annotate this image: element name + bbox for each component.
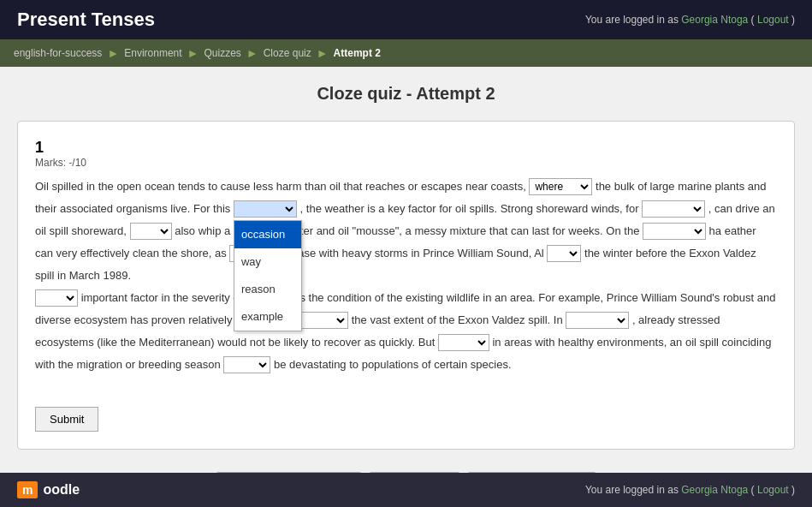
footer-username-link[interactable]: Georgia Ntoga [681,484,748,496]
breadcrumb-link-english[interactable]: english-for-success [14,47,102,59]
moodle-logo-icon: m [17,481,38,498]
breadcrumb-link-quizzes[interactable]: Quizzes [204,47,240,59]
footer-logo: m oodle [17,481,80,498]
breadcrumb-sep-2: ► [187,46,199,60]
footer: m oodle You are logged in as Georgia Nto… [0,473,812,507]
select11[interactable]: even still [438,334,489,351]
question-submit-area: Submit [35,393,777,432]
select8-small[interactable]: An The [35,289,78,307]
select2-popup: occasion way reason example [234,220,302,331]
option-example[interactable]: example [234,303,301,331]
footer-logo-text: oodle [43,482,80,498]
question-text: Oil spilled in the open ocean tends to c… [35,176,777,376]
breadcrumb: english-for-success ► Environment ► Quiz… [0,39,812,67]
select2-container: occasion way reason example occasion way… [234,198,297,220]
select12[interactable]: can could [223,356,270,373]
site-title: Present Tenses [17,9,155,31]
text-vast: the vast extent of the Exxon Valdez spil… [352,313,566,326]
page-title: Cloze quiz - Attempt 2 [17,84,795,104]
breadcrumb-sep-1: ► [107,46,119,60]
question-header: 1 Marks: -/10 [35,139,777,169]
breadcrumb-sep-4: ► [317,46,329,60]
main-content: Cloze quiz - Attempt 2 1 Marks: -/10 Oil… [0,67,812,507]
header-logout-link[interactable]: Logout [757,14,789,26]
submit-question-button[interactable]: Submit [35,407,98,432]
select10[interactable]: occasion way reason example [566,312,629,329]
text-case: the case with heavy storms in Prince Wil… [274,247,544,259]
breadcrumb-link-environment[interactable]: Environment [124,47,181,59]
select1-container: where occasion way reason example [529,176,592,198]
select7-small[interactable] [547,245,581,262]
text-ha: ha [709,224,721,237]
quiz-container: 1 Marks: -/10 Oil spilled in the open oc… [17,121,795,450]
select4-small[interactable]: also [130,223,172,240]
select1[interactable]: where occasion way reason example [529,178,592,195]
breadcrumb-current: Attempt 2 [334,47,381,59]
breadcrumb-link-cloze[interactable]: Cloze quiz [264,47,311,59]
option-way[interactable]: way [234,248,301,276]
footer-logout-link[interactable]: Logout [757,484,789,496]
select5[interactable]: occasion way reason example [643,223,706,240]
marks-label: Marks: -/10 [35,157,86,169]
text-intro: Oil spilled in the open ocean tends to c… [35,180,529,193]
text-devastating: be devastating to populations of certain… [274,358,512,371]
question-number: 1 [35,139,86,157]
header: Present Tenses You are logged in as Geor… [0,0,812,39]
text-after-select2: , the weather is a key factor for oil sp… [300,202,643,215]
option-occasion[interactable]: occasion [234,221,301,248]
footer-user-info: You are logged in as Georgia Ntoga ( Log… [585,484,795,496]
header-user-info: You are logged in as Georgia Ntoga ( Log… [585,14,795,26]
breadcrumb-sep-3: ► [246,46,258,60]
select3[interactable]: occasion way reason example [642,200,705,218]
option-reason[interactable]: reason [234,276,301,303]
header-username-link[interactable]: Georgia Ntoga [681,14,748,26]
select2[interactable]: occasion way reason example [234,200,297,218]
